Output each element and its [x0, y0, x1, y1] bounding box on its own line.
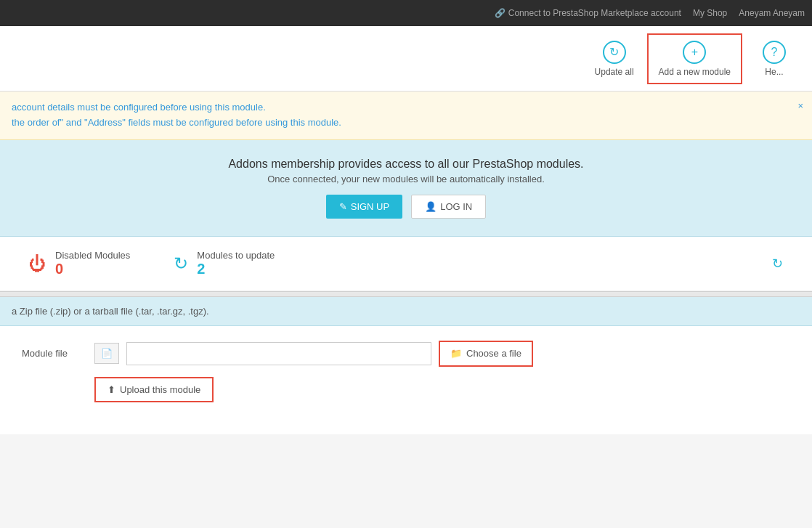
stats-bar: ⏻ Disabled Modules 0 ↻ Modules to update… — [0, 237, 812, 291]
upload-section: a Zip file (.zip) or a tarball file (.ta… — [0, 297, 812, 434]
addons-heading: Addons membership provides access to all… — [12, 158, 800, 171]
choose-file-button[interactable]: 📁 Choose a file — [439, 341, 533, 367]
nav-connect[interactable]: 🔗 Connect to PrestaShop Marketplace acco… — [495, 8, 681, 18]
login-button[interactable]: 👤 LOG IN — [411, 195, 486, 219]
addons-subheading: Once connected, your new modules will be… — [12, 174, 800, 184]
close-warning-button[interactable]: × — [797, 99, 803, 114]
upload-info-bar: a Zip file (.zip) or a tarball file (.ta… — [0, 297, 812, 326]
power-icon: ⏻ — [29, 253, 46, 274]
warning-banner: account details must be configured befor… — [0, 92, 812, 140]
update-icon: ↻ — [174, 253, 188, 274]
update-all-button[interactable]: ↻ Update all — [585, 35, 644, 83]
disabled-modules-stat: ⏻ Disabled Modules 0 — [29, 250, 130, 277]
update-label: Modules to update — [197, 250, 275, 261]
disabled-label: Disabled Modules — [55, 250, 130, 261]
upload-module-button[interactable]: ⬆ Upload this module — [94, 377, 214, 402]
section-divider — [0, 291, 812, 297]
pencil-icon: ✎ — [339, 201, 347, 212]
folder-icon: 📁 — [450, 348, 462, 359]
file-icon-button[interactable]: 📄 — [94, 343, 119, 364]
module-file-row: Module file 📄 📁 Choose a file — [22, 341, 790, 367]
modules-to-update-stat: ↻ Modules to update 2 — [174, 250, 275, 277]
warning-line1[interactable]: account details must be configured befor… — [12, 100, 800, 115]
upload-form: Module file 📄 📁 Choose a file ⬆ Upload t… — [0, 326, 812, 434]
upload-icon: ⬆ — [107, 384, 115, 395]
disabled-value: 0 — [55, 261, 130, 277]
file-path-input[interactable] — [126, 342, 431, 365]
nav-user[interactable]: Aneyam Aneyam — [739, 8, 805, 18]
upload-info-text: a Zip file (.zip) or a tarball file (.ta… — [12, 306, 209, 317]
update-value: 2 — [197, 261, 275, 277]
warning-line2[interactable]: the order of" and "Address" fields must … — [12, 115, 800, 131]
help-icon: ? — [763, 41, 786, 64]
top-nav: 🔗 Connect to PrestaShop Marketplace acco… — [0, 0, 812, 26]
add-new-module-button[interactable]: + Add a new module — [647, 33, 742, 84]
stat-refresh-icon[interactable]: ↻ — [772, 256, 783, 272]
addons-buttons: ✎ SIGN UP 👤 LOG IN — [12, 195, 800, 219]
module-file-label: Module file — [22, 348, 87, 359]
action-bar: ↻ Update all + Add a new module ? He... — [0, 26, 812, 92]
add-icon: + — [683, 41, 706, 64]
addons-section: Addons membership provides access to all… — [0, 140, 812, 237]
nav-myshop[interactable]: My Shop — [693, 8, 727, 18]
signup-button[interactable]: ✎ SIGN UP — [326, 195, 402, 219]
refresh-icon: ↻ — [603, 41, 626, 64]
upload-btn-row: ⬆ Upload this module — [22, 377, 790, 402]
person-icon: 👤 — [425, 201, 437, 212]
help-button[interactable]: ? He... — [745, 35, 803, 83]
